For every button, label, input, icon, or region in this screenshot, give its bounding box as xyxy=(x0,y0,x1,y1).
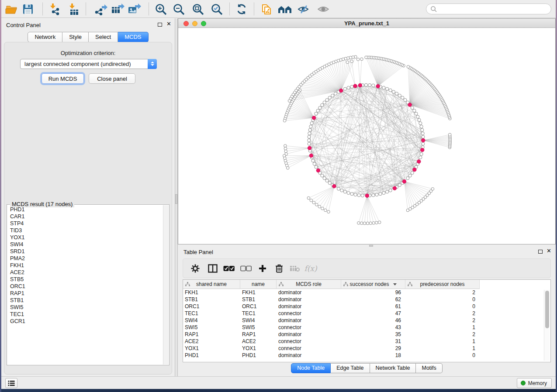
table-cell[interactable]: 0 xyxy=(405,303,480,310)
control-panel-close-icon[interactable]: ✕ xyxy=(166,21,171,27)
table-scrollbar[interactable] xyxy=(544,290,550,361)
open-file-button[interactable] xyxy=(3,2,20,16)
vertical-splitter[interactable] xyxy=(175,18,178,376)
mcds-node-item[interactable]: STB5 xyxy=(10,276,163,283)
network-svg[interactable] xyxy=(178,28,555,244)
mcds-node-item[interactable]: SRD1 xyxy=(10,248,163,255)
table-cell[interactable]: 1 xyxy=(405,345,480,352)
table-cell[interactable]: dominator xyxy=(277,352,341,359)
table-cell[interactable]: 2 xyxy=(405,289,480,296)
task-history-button[interactable] xyxy=(5,378,17,388)
zoom-selected-button[interactable] xyxy=(208,2,225,16)
table-cell[interactable]: STB1 xyxy=(183,296,240,303)
table-row[interactable]: PHD1PHD1dominator180 xyxy=(183,352,550,359)
column-header[interactable]: predecessor nodes xyxy=(405,280,480,289)
table-row[interactable]: SWI4SWI4dominator462 xyxy=(183,317,550,324)
table-cell[interactable]: 0 xyxy=(405,352,480,359)
select-all-button[interactable] xyxy=(222,262,236,275)
tab-node-table[interactable]: Node Table xyxy=(291,363,331,373)
table-cell[interactable]: 1 xyxy=(405,324,480,331)
table-row[interactable]: YOX1YOX1connector291 xyxy=(183,345,550,352)
first-neighbors-button[interactable] xyxy=(277,2,293,16)
table-cell[interactable]: PHD1 xyxy=(240,352,277,359)
table-cell[interactable]: SWI4 xyxy=(240,317,277,324)
tab-network[interactable]: Network xyxy=(28,32,62,42)
mcds-node-item[interactable]: RAP1 xyxy=(10,290,163,297)
mcds-node-item[interactable]: ACE2 xyxy=(10,269,163,276)
table-cell[interactable]: 18 xyxy=(341,352,405,359)
deselect-all-button[interactable] xyxy=(239,262,253,275)
hide-selected-button[interactable] xyxy=(295,2,312,16)
mcds-node-item[interactable]: SWI4 xyxy=(10,241,163,248)
mcds-result-list[interactable]: PHD1CAR1STP4TID3YOX1SWI4SRD1PMA2FKH1ACE2… xyxy=(7,205,163,364)
table-scrollbar-thumb[interactable] xyxy=(545,291,549,328)
mcds-node-item[interactable]: CAR1 xyxy=(10,213,163,220)
table-cell[interactable]: dominator xyxy=(277,303,341,310)
tab-motifs[interactable]: Motifs xyxy=(416,363,442,373)
table-row[interactable]: FKH1FKH1dominator962 xyxy=(183,289,550,296)
column-header[interactable]: successor nodes xyxy=(341,280,405,289)
table-row[interactable]: SWI5SWI5connector431 xyxy=(183,324,550,331)
export-image-button[interactable] xyxy=(126,2,142,16)
table-cell[interactable]: YOX1 xyxy=(183,345,240,352)
column-header[interactable]: MCDS role xyxy=(277,280,341,289)
table-cell[interactable]: STB1 xyxy=(240,296,277,303)
optimization-criterion-select[interactable]: largest connected component (undirected) xyxy=(20,59,157,69)
table-cell[interactable]: dominator xyxy=(277,296,341,303)
table-cell[interactable]: 0 xyxy=(405,296,480,303)
mcds-node-item[interactable]: PMA2 xyxy=(10,255,163,262)
table-cell[interactable]: RAP1 xyxy=(183,331,240,338)
table-cell[interactable]: 2 xyxy=(405,317,480,324)
column-header[interactable]: name xyxy=(240,280,277,289)
table-cell[interactable]: 62 xyxy=(341,296,405,303)
show-all-button[interactable] xyxy=(315,2,332,16)
sort-caret-icon[interactable] xyxy=(393,283,397,285)
network-canvas[interactable] xyxy=(178,28,555,244)
mcds-node-item[interactable]: STP4 xyxy=(10,220,163,227)
table-cell[interactable]: 2 xyxy=(405,331,480,338)
table-row[interactable]: ORC1ORC1dominator610 xyxy=(183,303,550,310)
mcds-node-item[interactable]: YOX1 xyxy=(10,234,163,241)
table-cell[interactable]: 47 xyxy=(341,310,405,317)
table-cell[interactable]: FKH1 xyxy=(240,289,277,296)
table-cell[interactable]: dominator xyxy=(277,289,341,296)
table-row[interactable]: ACE2ACE2connector311 xyxy=(183,338,550,345)
table-cell[interactable]: FKH1 xyxy=(183,289,240,296)
show-columns-button[interactable] xyxy=(206,262,220,275)
table-panel-close-icon[interactable]: ✕ xyxy=(547,248,551,254)
table-cell[interactable]: dominator xyxy=(277,317,341,324)
table-cell[interactable]: SWI5 xyxy=(240,324,277,331)
tab-network-table[interactable]: Network Table xyxy=(370,363,416,373)
table-cell[interactable]: 31 xyxy=(341,338,405,345)
import-table-button[interactable] xyxy=(66,2,82,16)
table-cell[interactable]: SWI4 xyxy=(183,317,240,324)
table-cell[interactable]: 96 xyxy=(341,289,405,296)
table-cell[interactable]: connector xyxy=(277,338,341,345)
zoom-fit-button[interactable] xyxy=(190,2,206,16)
table-cell[interactable]: connector xyxy=(277,345,341,352)
mcds-node-item[interactable]: STB1 xyxy=(10,297,163,304)
table-cell[interactable]: 29 xyxy=(341,345,405,352)
column-settings-button[interactable] xyxy=(188,262,202,275)
tab-style[interactable]: Style xyxy=(62,32,89,42)
table-cell[interactable]: ORC1 xyxy=(240,303,277,310)
table-cell[interactable]: TEC1 xyxy=(183,310,240,317)
memory-button[interactable]: Memory xyxy=(517,378,552,388)
mcds-node-item[interactable]: FKH1 xyxy=(10,262,163,269)
table-row[interactable]: RAP1RAP1dominator352 xyxy=(183,331,550,338)
table-cell[interactable]: SWI5 xyxy=(183,324,240,331)
table-row[interactable]: TEC1TEC1connector472 xyxy=(183,310,550,317)
import-network-button[interactable] xyxy=(47,2,63,16)
close-panel-button[interactable]: Close panel xyxy=(89,73,135,84)
splitter-grip[interactable] xyxy=(369,245,373,247)
table-cell[interactable]: connector xyxy=(277,310,341,317)
tab-mcds[interactable]: MCDS xyxy=(118,32,148,42)
table-cell[interactable]: 2 xyxy=(405,310,480,317)
table-cell[interactable]: YOX1 xyxy=(240,345,277,352)
run-mcds-button[interactable]: Run MCDS xyxy=(42,73,84,84)
mcds-node-item[interactable]: PHD1 xyxy=(10,206,163,213)
table-cell[interactable]: 61 xyxy=(341,303,405,310)
delete-column-button[interactable] xyxy=(272,262,286,275)
mcds-node-item[interactable]: SWI5 xyxy=(10,304,163,311)
zoom-in-button[interactable] xyxy=(152,2,169,16)
